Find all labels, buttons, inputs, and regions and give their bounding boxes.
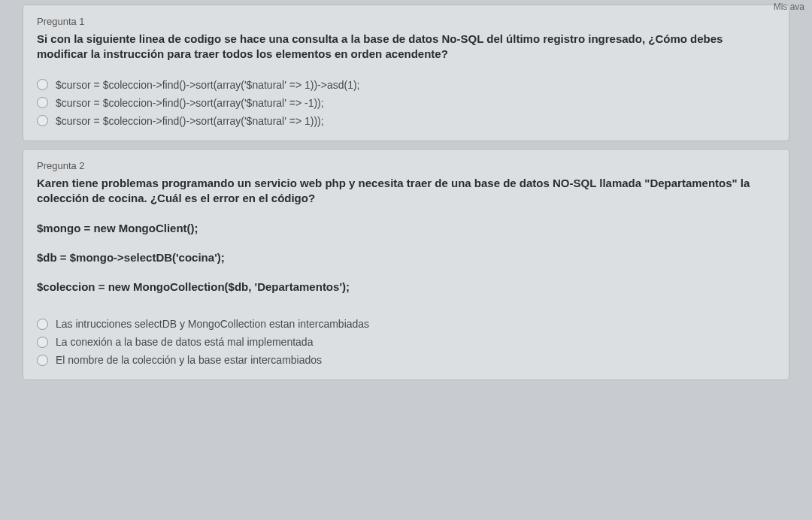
question-card-1: Pregunta 1 Si con la siguiente linea de …	[23, 5, 789, 141]
question-number: Pregunta 2	[37, 160, 775, 171]
option-text: La conexión a la base de datos está mal …	[56, 336, 313, 348]
option-text: El nombre de la colección y la base esta…	[56, 354, 322, 366]
top-right-text: Mis ava	[774, 2, 804, 12]
radio-icon[interactable]	[37, 97, 48, 108]
radio-icon[interactable]	[37, 319, 48, 330]
option-text: $cursor = $coleccion->find()->sort(array…	[56, 115, 324, 127]
radio-icon[interactable]	[37, 79, 48, 90]
code-block: $mongo = new MongoClient(); $db = $mongo…	[37, 213, 775, 301]
radio-icon[interactable]	[37, 355, 48, 366]
radio-icon[interactable]	[37, 337, 48, 348]
radio-icon[interactable]	[37, 115, 48, 126]
option-text: $cursor = $coleccion->find()->sort(array…	[56, 97, 324, 109]
option-row[interactable]: La conexión a la base de datos está mal …	[37, 333, 775, 351]
question-card-2: Pregunta 2 Karen tiene problemas program…	[23, 149, 789, 381]
question-text: Si con la siguiente linea de codigo se h…	[37, 32, 775, 62]
option-row[interactable]: Las intrucciones selectDB y MongoCollect…	[37, 315, 775, 333]
option-row[interactable]: $cursor = $coleccion->find()->sort(array…	[37, 76, 775, 94]
option-text: Las intrucciones selectDB y MongoCollect…	[56, 318, 369, 330]
option-row[interactable]: El nombre de la colección y la base esta…	[37, 351, 775, 369]
question-number: Pregunta 1	[37, 16, 775, 27]
option-text: $cursor = $coleccion->find()->sort(array…	[56, 79, 360, 91]
question-text: Karen tiene problemas programando un ser…	[37, 176, 775, 207]
option-row[interactable]: $cursor = $coleccion->find()->sort(array…	[37, 112, 775, 130]
option-row[interactable]: $cursor = $coleccion->find()->sort(array…	[37, 94, 775, 112]
